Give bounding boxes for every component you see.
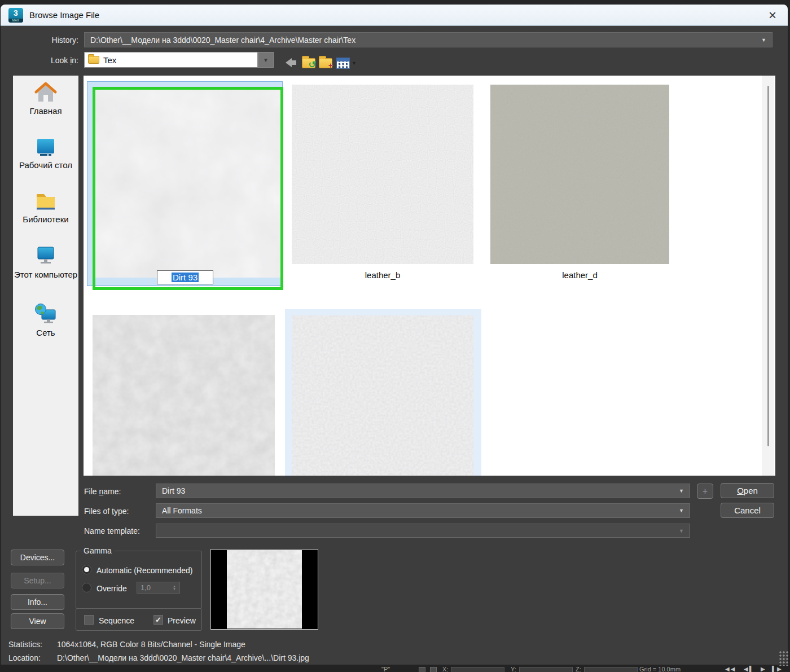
look-in-value: Tex	[103, 55, 116, 65]
previous-frame-icon[interactable]: ◀▌	[744, 666, 754, 672]
preview-checkbox[interactable]: ✓	[153, 615, 163, 625]
network-icon	[33, 303, 58, 326]
view-grid-icon	[336, 58, 350, 69]
leatherd-thumbnail[interactable]	[490, 85, 669, 264]
files-of-type-dropdown[interactable]: All Formats ▼	[156, 503, 690, 518]
open-button[interactable]: Open	[721, 483, 774, 498]
home-icon	[33, 80, 58, 104]
view-menu-button[interactable]: ▼	[336, 58, 357, 69]
devices-button[interactable]: Devices...	[11, 550, 64, 565]
y-coordinate-label: Y:	[511, 666, 516, 672]
close-icon[interactable]: ×	[765, 10, 780, 21]
x-coordinate-label: X:	[442, 666, 448, 672]
grid-spacing-label: Grid = 10.0mm	[639, 666, 681, 672]
texture-thumbnail[interactable]	[93, 315, 275, 476]
preview-label: Preview	[168, 616, 196, 625]
libraries-folder-icon	[33, 188, 58, 212]
chevron-down-icon: ▼	[263, 57, 269, 63]
dialog-title: Browse Image File	[29, 10, 99, 20]
info-button[interactable]: Info...	[11, 594, 64, 610]
sequence-checkbox[interactable]	[84, 615, 94, 625]
history-dropdown[interactable]: D:\Other\__Модели на 3ddd\0020_Master ch…	[84, 32, 773, 47]
z-coordinate-label: Z:	[576, 666, 581, 672]
gamma-override-value: 1,0	[141, 583, 151, 592]
angle-snap-icon	[430, 667, 437, 672]
desktop-icon	[33, 135, 58, 158]
back-arrow-icon	[286, 58, 292, 67]
options-group: Sequence ✓ Preview	[76, 608, 202, 631]
gamma-automatic-radio[interactable]	[82, 565, 91, 574]
screen: 3 MAX Browse Image File × History: D:\Ot…	[0, 0, 790, 672]
gamma-group: Gamma Automatic (Recommended) Override 1…	[76, 551, 202, 609]
location-value: D:\Other\__Модели на 3ddd\0020_Master ch…	[57, 653, 309, 662]
browse-image-file-dialog: 3 MAX Browse Image File × History: D:\Ot…	[0, 4, 788, 665]
this-pc-icon	[33, 244, 58, 267]
sidebar-item-libraries[interactable]: Библиотеки	[13, 188, 78, 225]
scrollbar-thumb[interactable]	[767, 86, 769, 446]
gamma-group-title: Gamma	[81, 546, 115, 555]
scrollbar[interactable]	[762, 76, 774, 476]
look-in-combobox[interactable]: Tex	[84, 52, 258, 68]
chevron-down-icon: ▼	[679, 488, 684, 494]
gamma-override-spinner[interactable]: 1,0 ▲▼	[137, 582, 180, 594]
create-new-folder-button[interactable]: +	[319, 58, 332, 68]
file-item-label[interactable]: leather_b	[292, 270, 473, 280]
statistics-label: Statistics:	[8, 640, 42, 649]
sidebar-item-home[interactable]: Главная	[13, 80, 78, 116]
gamma-automatic-label: Automatic (Recommended)	[96, 566, 192, 575]
lock-icon	[419, 667, 425, 672]
file-name-dropdown[interactable]: Dirt 93 ▼	[156, 484, 690, 498]
look-in-label: Look in:	[34, 56, 78, 65]
name-template-label: Name template:	[84, 526, 140, 535]
history-label: History:	[34, 36, 78, 45]
chevron-down-icon: ▼	[352, 60, 357, 66]
gamma-override-radio[interactable]	[82, 583, 91, 592]
3ds-max-app-icon: 3 MAX	[8, 8, 23, 23]
sidebar-item-desktop[interactable]: Рабочий стол	[13, 135, 78, 170]
folder-up-icon: ↺	[302, 58, 315, 68]
file-name-label: File name:	[84, 487, 121, 496]
statusbar-fragment: "P"	[381, 666, 390, 672]
places-sidebar: Главная Рабочий стол Библиотеки	[13, 76, 78, 516]
sidebar-item-this-pc[interactable]: Этот компьютер	[13, 244, 78, 280]
preview-image	[210, 549, 318, 630]
chevron-down-icon: ▼	[679, 508, 684, 513]
z-coordinate-field[interactable]	[584, 667, 638, 672]
sequence-label: Sequence	[99, 616, 134, 625]
cancel-button[interactable]: Cancel	[721, 503, 774, 518]
go-to-last-folder-button[interactable]: ↺	[302, 58, 315, 68]
go-to-start-icon[interactable]: ◀◀	[725, 666, 736, 672]
setup-button[interactable]: Setup...	[11, 573, 64, 588]
gamma-override-label: Override	[96, 584, 127, 593]
view-button[interactable]: View	[11, 613, 64, 629]
folder-icon	[88, 56, 99, 64]
files-of-type-value: All Formats	[162, 506, 202, 515]
location-label: Location:	[8, 653, 41, 662]
file-item-label[interactable]: leather_d	[490, 270, 669, 280]
title-bar[interactable]: 3 MAX Browse Image File ×	[1, 5, 788, 26]
look-in-dropdown-button[interactable]: ▼	[258, 52, 274, 68]
sidebar-item-network[interactable]: Сеть	[13, 303, 78, 338]
y-coordinate-field[interactable]	[519, 667, 573, 672]
file-name-value: Dirt 93	[162, 486, 185, 495]
next-frame-icon[interactable]: ▌▶	[772, 666, 783, 672]
window-resize-grip[interactable]	[779, 651, 789, 666]
back-button[interactable]	[286, 58, 296, 67]
statistics-value: 1064x1064, RGB Color 8 Bits/Channel - Si…	[57, 640, 245, 649]
leatherb-thumbnail[interactable]	[292, 85, 473, 264]
history-path: D:\Other\__Модели на 3ddd\0020_Master ch…	[90, 36, 356, 45]
preview-texture	[227, 550, 302, 629]
selection-highlight-annotation	[93, 87, 283, 290]
files-of-type-label: Files of type:	[84, 507, 129, 516]
chevron-down-icon: ▼	[761, 37, 766, 43]
add-button[interactable]: +	[697, 484, 713, 499]
play-icon[interactable]: ▶	[761, 666, 766, 672]
app-statusbar-sliver: "P" X: Y: Z: Grid = 10.0mm ◀◀ ◀▌ ▶ ▌▶	[0, 665, 790, 672]
texture-thumbnail[interactable]	[292, 315, 473, 476]
new-folder-icon: +	[319, 58, 332, 68]
chevron-down-icon: ▼	[679, 528, 684, 534]
x-coordinate-field[interactable]	[451, 667, 504, 672]
spinner-arrows-icon[interactable]: ▲▼	[173, 585, 176, 591]
name-template-dropdown[interactable]: ▼	[156, 524, 690, 538]
